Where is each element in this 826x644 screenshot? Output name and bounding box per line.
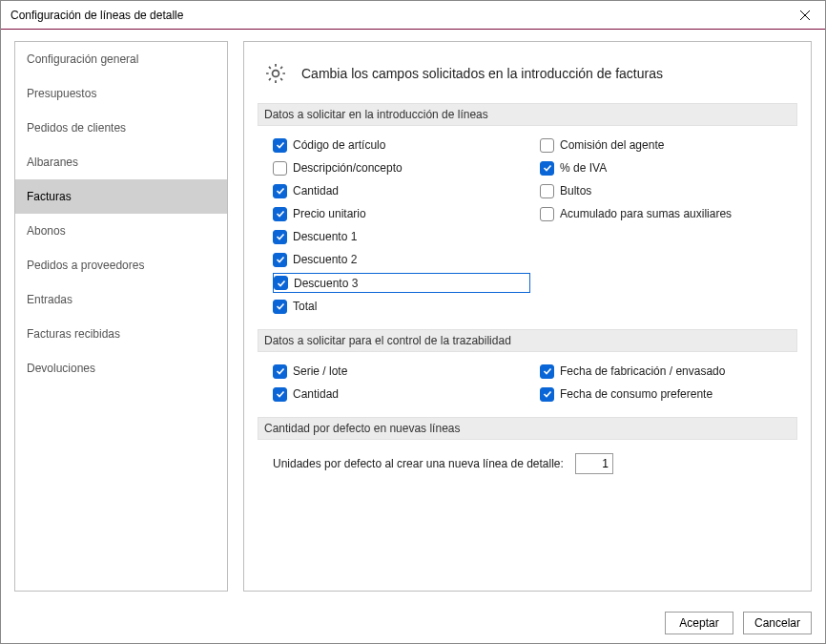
sidebar-item-label: Abonos bbox=[27, 224, 66, 238]
sidebar-item-label: Facturas bbox=[27, 190, 72, 203]
check-icon bbox=[276, 140, 285, 150]
checkbox-row[interactable]: Fecha de consumo preferente bbox=[540, 384, 797, 404]
checkbox[interactable] bbox=[273, 230, 287, 244]
check-icon bbox=[276, 389, 285, 399]
window-title: Configuración de líneas de detalle bbox=[10, 9, 785, 22]
sidebar: Configuración generalPresupuestosPedidos… bbox=[14, 41, 228, 592]
check-icon bbox=[276, 301, 285, 311]
accept-button[interactable]: Aceptar bbox=[665, 612, 733, 634]
check-icon bbox=[276, 255, 285, 264]
sidebar-item[interactable]: Entradas bbox=[15, 282, 227, 317]
checkbox[interactable] bbox=[540, 207, 554, 221]
cancel-button[interactable]: Cancelar bbox=[743, 612, 812, 634]
checkbox-label: Descuento 2 bbox=[293, 253, 357, 266]
sidebar-item[interactable]: Albaranes bbox=[15, 145, 227, 179]
checkbox[interactable] bbox=[274, 276, 288, 290]
checkbox-row[interactable]: Total bbox=[273, 297, 530, 316]
check-icon bbox=[543, 163, 552, 173]
checkbox-row[interactable]: Cantidad bbox=[273, 181, 530, 200]
checkbox-label: Bultos bbox=[560, 184, 591, 197]
checkbox-label: Serie / lote bbox=[293, 364, 347, 378]
sidebar-item[interactable]: Pedidos a proveedores bbox=[15, 248, 227, 282]
checkbox-row[interactable]: Cantidad bbox=[273, 384, 530, 404]
checkbox[interactable] bbox=[273, 138, 287, 153]
checkbox-row[interactable]: Comisión del agente bbox=[540, 135, 797, 155]
check-icon bbox=[276, 209, 285, 218]
default-quantity-input[interactable] bbox=[575, 453, 613, 474]
check-icon bbox=[276, 366, 285, 376]
checkbox[interactable] bbox=[273, 300, 287, 314]
checkbox[interactable] bbox=[540, 387, 554, 402]
title-bar: Configuración de líneas de detalle bbox=[1, 1, 825, 30]
checkbox-row[interactable]: Serie / lote bbox=[273, 362, 530, 381]
close-button[interactable] bbox=[785, 1, 825, 29]
section1-title: Datos a solicitar en la introducción de … bbox=[258, 103, 797, 126]
default-quantity-label: Unidades por defecto al crear una nueva … bbox=[273, 457, 564, 470]
checkbox-label: Cantidad bbox=[293, 184, 339, 197]
checkbox-row[interactable]: % de IVA bbox=[540, 158, 797, 177]
checkbox[interactable] bbox=[273, 184, 287, 198]
checkbox-label: Código de artículo bbox=[293, 138, 385, 152]
checkbox-row[interactable]: Descuento 2 bbox=[273, 250, 530, 269]
checkbox[interactable] bbox=[273, 364, 287, 379]
section1-body: Código de artículoDescripción/conceptoCa… bbox=[258, 135, 797, 329]
sidebar-item-label: Albaranes bbox=[27, 156, 78, 169]
checkbox-label: Fecha de fabricación / envasado bbox=[560, 364, 725, 378]
checkbox-row[interactable]: Código de artículo bbox=[273, 135, 530, 155]
checkbox-row[interactable]: Precio unitario bbox=[273, 204, 530, 223]
sidebar-item[interactable]: Abonos bbox=[15, 214, 227, 248]
page-heading: Cambia los campos solicitados en la intr… bbox=[301, 66, 663, 81]
sidebar-item[interactable]: Devoluciones bbox=[15, 351, 227, 385]
section2-title: Datos a solicitar para el control de la … bbox=[258, 329, 797, 352]
checkbox-label: Fecha de consumo preferente bbox=[560, 387, 712, 401]
checkbox-row[interactable]: Bultos bbox=[540, 181, 797, 200]
check-icon bbox=[276, 232, 285, 241]
close-icon bbox=[800, 10, 810, 20]
footer: Aceptar Cancelar bbox=[1, 603, 825, 643]
sidebar-item-label: Pedidos de clientes bbox=[27, 121, 126, 135]
checkbox-label: Descuento 3 bbox=[294, 277, 358, 290]
checkbox[interactable] bbox=[540, 138, 554, 153]
gear-icon bbox=[263, 61, 288, 86]
default-quantity-row: Unidades por defecto al crear una nueva … bbox=[258, 449, 797, 474]
sidebar-item[interactable]: Pedidos de clientes bbox=[15, 111, 227, 145]
sidebar-item-label: Facturas recibidas bbox=[27, 327, 120, 341]
sidebar-item-label: Devoluciones bbox=[27, 362, 95, 375]
checkbox-row[interactable]: Descripción/concepto bbox=[273, 158, 530, 177]
checkbox[interactable] bbox=[540, 184, 554, 198]
checkbox-row[interactable]: Descuento 3 bbox=[273, 273, 530, 293]
sidebar-item[interactable]: Presupuestos bbox=[15, 76, 227, 111]
sidebar-item[interactable]: Configuración general bbox=[15, 42, 227, 76]
checkbox[interactable] bbox=[540, 161, 554, 176]
heading-row: Cambia los campos solicitados en la intr… bbox=[263, 61, 797, 86]
check-icon bbox=[276, 186, 285, 196]
sidebar-item[interactable]: Facturas bbox=[15, 179, 227, 214]
checkbox[interactable] bbox=[273, 387, 287, 402]
checkbox-label: Total bbox=[293, 300, 317, 313]
checkbox-label: Descuento 1 bbox=[293, 230, 357, 243]
checkbox-label: Cantidad bbox=[293, 387, 339, 401]
sidebar-item[interactable]: Facturas recibidas bbox=[15, 317, 227, 351]
checkbox-row[interactable]: Descuento 1 bbox=[273, 227, 530, 246]
checkbox-label: % de IVA bbox=[560, 161, 607, 175]
checkbox[interactable] bbox=[273, 253, 287, 267]
checkbox-row[interactable]: Fecha de fabricación / envasado bbox=[540, 362, 797, 381]
sidebar-item-label: Presupuestos bbox=[27, 87, 96, 100]
client-area: Configuración generalPresupuestosPedidos… bbox=[1, 30, 825, 603]
checkbox-label: Comisión del agente bbox=[560, 138, 664, 152]
sidebar-item-label: Entradas bbox=[27, 293, 72, 306]
checkbox-label: Precio unitario bbox=[293, 207, 366, 220]
content-panel: Cambia los campos solicitados en la intr… bbox=[243, 41, 812, 592]
checkbox[interactable] bbox=[273, 161, 287, 176]
checkbox[interactable] bbox=[273, 207, 287, 221]
check-icon bbox=[277, 279, 286, 288]
checkbox-label: Acumulado para sumas auxiliares bbox=[560, 207, 732, 220]
checkbox[interactable] bbox=[540, 364, 554, 379]
sidebar-item-label: Pedidos a proveedores bbox=[27, 259, 144, 272]
check-icon bbox=[543, 366, 552, 376]
section2-body: Serie / loteCantidad Fecha de fabricació… bbox=[258, 362, 797, 417]
check-icon bbox=[543, 389, 552, 399]
checkbox-row[interactable]: Acumulado para sumas auxiliares bbox=[540, 204, 797, 223]
section3-title: Cantidad por defecto en nuevas líneas bbox=[258, 417, 797, 440]
svg-point-2 bbox=[273, 71, 279, 77]
